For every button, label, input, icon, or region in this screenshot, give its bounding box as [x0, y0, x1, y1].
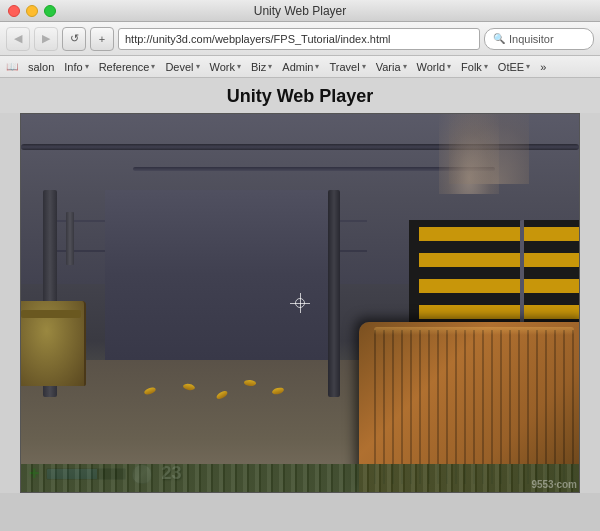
bookmark-label: World — [417, 61, 446, 73]
window-controls — [8, 5, 56, 17]
bookmark-label: Devel — [165, 61, 193, 73]
address-text: http://unity3d.com/webplayers/FPS_Tutori… — [125, 33, 391, 45]
chevron-down-icon: ▾ — [315, 62, 319, 71]
bookmark-more[interactable]: » — [540, 61, 546, 73]
bookmark-work[interactable]: Work ▾ — [210, 61, 241, 73]
smoke-effect-2 — [449, 114, 529, 184]
chevron-down-icon: ▾ — [85, 62, 89, 71]
page-content: Unity Web Player — [0, 78, 600, 493]
bookmark-travel[interactable]: Travel ▾ — [329, 61, 365, 73]
page-title: Unity Web Player — [0, 78, 600, 113]
forward-button[interactable]: ▶ — [34, 27, 58, 51]
chevron-down-icon: ▾ — [403, 62, 407, 71]
chevron-down-icon: ▾ — [151, 62, 155, 71]
maximize-button[interactable] — [44, 5, 56, 17]
bookmark-item-reader[interactable]: 📖 — [6, 61, 18, 72]
forward-icon: ▶ — [42, 32, 50, 45]
struct-pillar-mid — [328, 190, 340, 398]
window-title: Unity Web Player — [254, 4, 346, 18]
bookmark-label: Info — [64, 61, 82, 73]
bookmark-label: Reference — [99, 61, 150, 73]
search-bar[interactable]: 🔍 Inquisitor — [484, 28, 594, 50]
navigation-toolbar: ◀ ▶ ↺ + http://unity3d.com/webplayers/FP… — [0, 22, 600, 56]
chevron-down-icon: ▾ — [526, 62, 530, 71]
chevron-down-icon: ▾ — [447, 62, 451, 71]
new-tab-button[interactable]: + — [90, 27, 114, 51]
crosshair-circle — [295, 298, 305, 308]
watermark: 9553·com — [531, 479, 577, 490]
bookmark-label: Folk — [461, 61, 482, 73]
bookmark-info[interactable]: Info ▾ — [64, 61, 88, 73]
bookmarks-bar: 📖 salon Info ▾ Reference ▾ Devel ▾ Work … — [0, 56, 600, 78]
title-bar: Unity Web Player — [0, 0, 600, 22]
bookmark-admin[interactable]: Admin ▾ — [282, 61, 319, 73]
bookmark-varia[interactable]: Varia ▾ — [376, 61, 407, 73]
bookmark-world[interactable]: World ▾ — [417, 61, 452, 73]
back-button[interactable]: ◀ — [6, 27, 30, 51]
reload-button[interactable]: ↺ — [62, 27, 86, 51]
gun-highlight — [374, 327, 574, 335]
bookmark-devel[interactable]: Devel ▾ — [165, 61, 199, 73]
barrel-rim — [21, 310, 81, 318]
chevron-down-icon: ▾ — [362, 62, 366, 71]
bookmark-label: Biz — [251, 61, 266, 73]
bookmark-label: Work — [210, 61, 235, 73]
chevron-down-icon: ▾ — [196, 62, 200, 71]
pillar-1 — [66, 212, 74, 265]
game-scene: + 23 9553·com — [21, 114, 579, 492]
bookmark-label: OtEE — [498, 61, 524, 73]
bookmark-folk[interactable]: Folk ▾ — [461, 61, 488, 73]
chevron-down-icon: ▾ — [237, 62, 241, 71]
crosshair — [290, 293, 310, 313]
back-icon: ◀ — [14, 32, 22, 45]
reload-icon: ↺ — [70, 32, 79, 45]
back-wall — [105, 190, 328, 360]
minimize-button[interactable] — [26, 5, 38, 17]
bookmark-biz[interactable]: Biz ▾ — [251, 61, 272, 73]
reader-icon: 📖 — [6, 61, 18, 72]
gun-grip-detail — [367, 330, 580, 484]
plus-icon: + — [99, 33, 105, 45]
chevron-down-icon: ▾ — [268, 62, 272, 71]
bookmark-salon[interactable]: salon — [28, 61, 54, 73]
bookmark-label: » — [540, 61, 546, 73]
bookmark-label: salon — [28, 61, 54, 73]
bookmark-label: Varia — [376, 61, 401, 73]
ammo-belt — [21, 464, 579, 492]
bookmark-otee[interactable]: OtEE ▾ — [498, 61, 530, 73]
search-text: Inquisitor — [509, 33, 554, 45]
game-canvas[interactable]: + 23 9553·com — [20, 113, 580, 493]
chevron-down-icon: ▾ — [484, 62, 488, 71]
bookmark-label: Admin — [282, 61, 313, 73]
bookmark-label: Travel — [329, 61, 359, 73]
search-icon: 🔍 — [493, 33, 505, 44]
close-button[interactable] — [8, 5, 20, 17]
address-bar[interactable]: http://unity3d.com/webplayers/FPS_Tutori… — [118, 28, 480, 50]
bookmark-reference[interactable]: Reference ▾ — [99, 61, 156, 73]
